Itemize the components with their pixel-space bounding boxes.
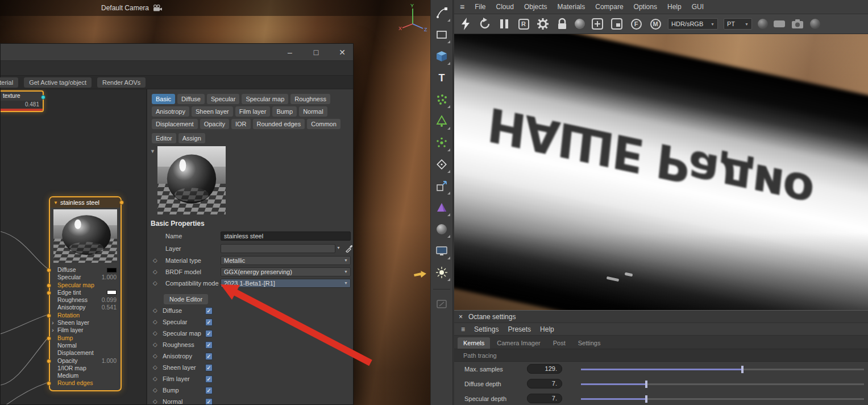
port-dot-icon[interactable]	[47, 359, 51, 363]
generator-icon[interactable]	[432, 111, 451, 131]
tab-camera-imager[interactable]: Camera Imager	[491, 337, 546, 349]
port-edge-tint[interactable]: Edge tint	[50, 289, 121, 296]
menu-settings[interactable]: Settings	[474, 325, 499, 333]
max-samples-slider[interactable]	[581, 369, 864, 370]
port-roughness[interactable]: Roughness0.099	[50, 296, 121, 304]
sheen-layer-checkbox[interactable]: ✓	[205, 364, 213, 371]
sphere-tool-icon[interactable]	[432, 220, 451, 239]
menu-objects[interactable]: Objects	[524, 3, 547, 11]
channel-tab-diffuse[interactable]: Diffuse	[177, 94, 205, 104]
material-type-dropdown[interactable]: Metallic▼	[221, 256, 351, 265]
layer-dropdown[interactable]	[221, 244, 335, 253]
color-swatch[interactable]	[107, 268, 117, 272]
hdr-mode-select[interactable]: HDR/sRGB▼	[668, 18, 718, 30]
add-region-icon[interactable]	[591, 17, 604, 31]
restart-render-icon[interactable]	[478, 17, 492, 31]
channel-tab-basic[interactable]: Basic	[152, 94, 175, 104]
port-opacity[interactable]: Opacity1.000	[50, 357, 121, 365]
port-ior-map[interactable]: 1/IOR map	[50, 365, 121, 372]
tab-render-aovs[interactable]: Render AOVs	[97, 77, 146, 88]
tablet-icon[interactable]	[432, 294, 451, 313]
pause-render-icon[interactable]	[497, 17, 511, 31]
menu-gui[interactable]: GUI	[692, 3, 704, 11]
reset-render-icon[interactable]: R	[517, 17, 530, 31]
specular-depth-slider[interactable]	[581, 398, 864, 400]
menu-help[interactable]: Help	[540, 325, 554, 333]
spline-pen-icon[interactable]	[432, 3, 451, 23]
node-editor-button[interactable]: Node Editor	[164, 294, 208, 304]
port-bump[interactable]: Bump	[50, 334, 121, 342]
port-round-edges[interactable]: Round edges	[50, 379, 121, 387]
diffuse-depth-slider[interactable]	[581, 383, 864, 385]
port-specular-map[interactable]: Specular map	[50, 282, 121, 289]
tab-kernels[interactable]: Kernels	[458, 337, 490, 349]
snapshot-camera-icon[interactable]	[791, 17, 804, 31]
rectangle-tool-icon[interactable]	[432, 25, 451, 44]
port-displacement[interactable]: Displacement	[50, 349, 121, 357]
tab-post[interactable]: Post	[547, 337, 571, 349]
port-dot-icon[interactable]	[47, 291, 51, 295]
anisotropy-checkbox[interactable]: ✓	[205, 353, 213, 360]
compatibility-mode-dropdown[interactable]: 2023.1-Beta1-[R1]▼	[221, 279, 351, 288]
port-medium[interactable]: Medium	[50, 372, 121, 379]
render-ball-icon[interactable]	[575, 19, 585, 29]
port-sheen-layer[interactable]: ›Sheen layer	[50, 319, 121, 327]
text-tool-icon[interactable]: T	[432, 68, 451, 88]
channel-tab-displacement[interactable]: Displacement	[152, 119, 198, 129]
kernel-section-header[interactable]: Path tracing	[454, 349, 868, 362]
menu-compare[interactable]: Compare	[595, 3, 623, 11]
material-node-output-port[interactable]	[119, 200, 124, 205]
tab-assign[interactable]: Assign	[178, 133, 205, 143]
tab-get-active[interactable]: Get Active tag/object	[24, 77, 92, 88]
region-icon[interactable]	[774, 20, 785, 27]
menu-options[interactable]: Options	[634, 3, 657, 11]
diffuse-depth-input[interactable]: 7.	[527, 379, 562, 389]
volume-icon[interactable]	[432, 198, 451, 217]
close-button[interactable]: ✕	[337, 48, 347, 57]
render-view-icon[interactable]	[432, 241, 451, 261]
hamburger-icon[interactable]: ≡	[460, 2, 464, 11]
window-titlebar[interactable]: – □ ✕	[1, 44, 353, 61]
name-input[interactable]: stainless steel	[221, 232, 351, 241]
expander-icon[interactable]: ›	[52, 327, 54, 334]
layer-eyedropper-icon[interactable]	[345, 244, 353, 253]
bump-checkbox[interactable]: ✓	[205, 387, 213, 394]
menu-help[interactable]: Help	[667, 3, 682, 11]
slider-handle[interactable]	[645, 381, 647, 388]
material-ball-icon[interactable]	[758, 19, 768, 29]
camera-label[interactable]: Default Camera	[101, 4, 149, 12]
max-samples-input[interactable]: 129.	[527, 364, 562, 374]
extrude-icon[interactable]	[432, 176, 451, 196]
channel-tab-normal[interactable]: Normal	[299, 106, 327, 117]
environment-ball-icon[interactable]	[810, 19, 820, 29]
normal-checkbox[interactable]: ✓	[205, 398, 213, 404]
tab-settings[interactable]: Settings	[572, 337, 607, 349]
material-node-header[interactable]: ▼ stainless steel	[50, 197, 121, 208]
color-swatch[interactable]	[107, 290, 117, 295]
port-dot-icon[interactable]	[47, 313, 51, 318]
texture-node-output-port[interactable]	[41, 95, 45, 100]
maximize-button[interactable]: □	[311, 48, 321, 57]
minimize-button[interactable]: –	[285, 48, 295, 57]
specular-map-checkbox[interactable]: ✓	[205, 330, 213, 337]
sub-region-icon[interactable]	[610, 17, 624, 31]
port-anisotropy[interactable]: Anisotropy0.541	[50, 304, 121, 311]
layer-caret-icon[interactable]: ▼	[337, 246, 340, 250]
collapse-triangle-icon[interactable]: ▼	[53, 200, 58, 205]
preview-collapse-icon[interactable]: ▼	[150, 148, 155, 154]
expander-icon[interactable]: ›	[52, 319, 54, 327]
port-dot-icon[interactable]	[47, 381, 51, 386]
close-panel-icon[interactable]: ×	[459, 313, 463, 321]
settings-gear-icon[interactable]	[536, 17, 550, 31]
port-dot-icon[interactable]	[47, 336, 51, 341]
port-diffuse[interactable]: Diffuse	[50, 266, 121, 274]
node-editor-canvas[interactable]: texture 0.481 ▼ stainless steel	[1, 89, 147, 404]
channel-tab-rounded-edges[interactable]: Rounded edges	[253, 119, 305, 129]
channel-tab-ior[interactable]: IOR	[231, 119, 251, 129]
diffuse-checkbox[interactable]: ✓	[205, 307, 213, 315]
channel-tab-common[interactable]: Common	[307, 119, 340, 129]
lock-icon[interactable]	[555, 17, 569, 31]
channel-tab-film-layer[interactable]: Film layer	[235, 106, 271, 117]
material-preview[interactable]	[157, 146, 226, 214]
channel-tab-specular[interactable]: Specular	[207, 94, 239, 104]
